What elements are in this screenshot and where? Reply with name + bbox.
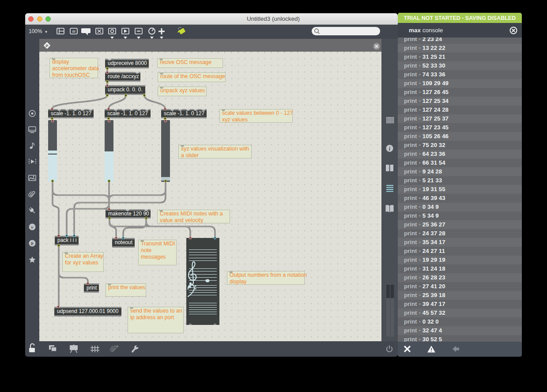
svg-text:P: P	[45, 43, 49, 48]
svg-text:b: b	[31, 241, 34, 246]
svg-text:v: v	[31, 224, 34, 230]
svg-text:m: m	[72, 29, 75, 34]
